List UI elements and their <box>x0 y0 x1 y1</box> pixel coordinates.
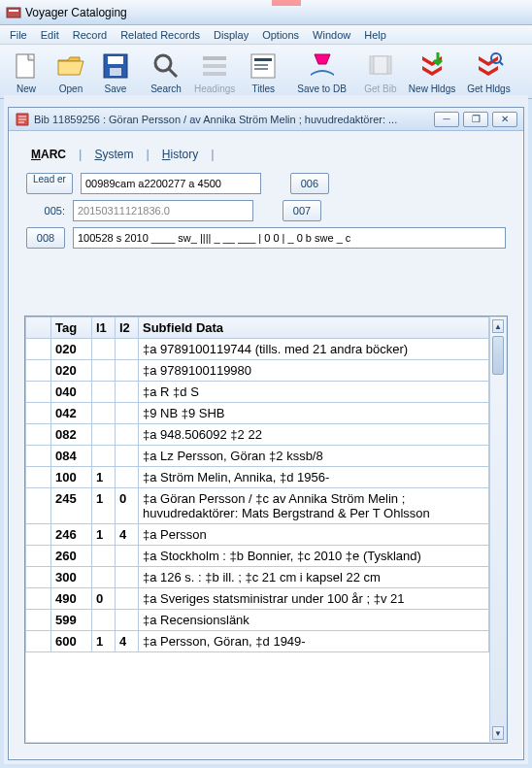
cell-i2[interactable]: 4 <box>116 524 139 546</box>
tab-marc[interactable]: MARC <box>20 143 77 165</box>
cell-subfield[interactable]: ‡a Sveriges statsministrar under 100 år … <box>139 588 489 610</box>
leader-input[interactable] <box>81 173 261 194</box>
scroll-thumb[interactable] <box>492 336 504 375</box>
table-row[interactable]: 24614‡a Persson <box>26 524 489 546</box>
cell-tag[interactable]: 020 <box>51 360 92 382</box>
table-row[interactable]: 60014‡a Persson, Göran, ‡d 1949- <box>26 631 489 652</box>
cell-i2[interactable] <box>116 567 139 588</box>
cell-tag[interactable]: 082 <box>51 424 92 446</box>
cell-subfield[interactable]: ‡a 126 s. : ‡b ill. ; ‡c 21 cm i kapsel … <box>139 567 489 588</box>
cell-i1[interactable]: 1 <box>92 524 116 546</box>
cell-tag[interactable]: 300 <box>51 567 92 588</box>
row-selector[interactable] <box>26 546 51 567</box>
table-row[interactable]: 042‡9 NB ‡9 SHB <box>26 403 489 424</box>
row-selector[interactable] <box>26 631 51 652</box>
cell-i1[interactable] <box>92 360 116 382</box>
cell-i2[interactable] <box>116 610 139 631</box>
cell-i2[interactable] <box>116 360 139 382</box>
cell-i2[interactable] <box>116 546 139 567</box>
cell-tag[interactable]: 260 <box>51 546 92 567</box>
cell-i2[interactable]: 4 <box>116 631 139 652</box>
table-row[interactable]: 24510‡a Göran Persson / ‡c av Annika Str… <box>26 488 489 524</box>
cell-i2[interactable] <box>116 339 139 360</box>
col-selector[interactable] <box>26 317 51 339</box>
cell-subfield[interactable]: ‡a Stockholm : ‡b Bonnier, ‡c 2010 ‡e (T… <box>139 546 489 567</box>
row-selector[interactable] <box>26 360 51 382</box>
cell-i2[interactable] <box>116 588 139 610</box>
menu-display[interactable]: Display <box>208 27 254 43</box>
col-i2[interactable]: I2 <box>116 317 139 339</box>
col-tag[interactable]: Tag <box>51 317 92 339</box>
field-008-button[interactable]: 008 <box>26 227 65 249</box>
row-selector[interactable] <box>26 524 51 546</box>
table-row[interactable]: 020‡a 9789100119744 (tills. med 21 andra… <box>26 339 489 360</box>
child-close-button[interactable]: ✕ <box>492 112 517 127</box>
row-selector[interactable] <box>26 567 51 588</box>
row-selector[interactable] <box>26 488 51 524</box>
cell-tag[interactable]: 246 <box>51 524 92 546</box>
scroll-up-button[interactable]: ▲ <box>492 319 504 333</box>
cell-tag[interactable]: 600 <box>51 631 92 652</box>
table-row[interactable]: 1001‡a Ström Melin, Annika, ‡d 1956- <box>26 467 489 488</box>
menu-record[interactable]: Record <box>67 27 113 43</box>
search-button[interactable]: Search <box>144 47 188 98</box>
cell-subfield[interactable]: ‡a 9789100119744 (tills. med 21 andra bö… <box>139 339 489 360</box>
cell-subfield[interactable]: ‡a Persson, Göran, ‡d 1949- <box>139 631 489 652</box>
cell-subfield[interactable]: ‡a Göran Persson / ‡c av Annika Ström Me… <box>139 488 489 524</box>
table-row[interactable]: 082‡a 948.506092 ‡2 22 <box>26 424 489 446</box>
scroll-down-button[interactable]: ▼ <box>492 726 504 740</box>
cell-i1[interactable] <box>92 403 116 424</box>
table-row[interactable]: 084‡a Lz Persson, Göran ‡2 kssb/8 <box>26 446 489 467</box>
savetodb-button[interactable]: Save to DB <box>291 47 352 98</box>
field-005-input[interactable] <box>73 200 253 221</box>
gethldgs-button[interactable]: Get Hldgs <box>461 47 515 98</box>
col-subfield-data[interactable]: Subfield Data <box>139 317 489 339</box>
field-008-input[interactable] <box>73 227 506 249</box>
cell-tag[interactable]: 020 <box>51 339 92 360</box>
row-selector[interactable] <box>26 424 51 446</box>
menu-options[interactable]: Options <box>256 27 305 43</box>
cell-i1[interactable]: 0 <box>92 588 116 610</box>
row-selector[interactable] <box>26 467 51 488</box>
field-006-button[interactable]: 006 <box>290 173 329 194</box>
tab-history[interactable]: History <box>151 143 209 165</box>
cell-subfield[interactable]: ‡a Recensionslänk <box>139 610 489 631</box>
titles-button[interactable]: Titles <box>241 47 285 98</box>
new-button[interactable]: New <box>4 47 49 98</box>
cell-tag[interactable]: 245 <box>51 488 92 524</box>
cell-i1[interactable] <box>92 567 116 588</box>
tab-system[interactable]: System <box>83 143 144 165</box>
cell-tag[interactable]: 040 <box>51 382 92 403</box>
row-selector[interactable] <box>26 446 51 467</box>
cell-subfield[interactable]: ‡a Lz Persson, Göran ‡2 kssb/8 <box>139 446 489 467</box>
field-007-button[interactable]: 007 <box>283 200 321 221</box>
marc-grid[interactable]: ▲ ▼ TagI1I2Subfield Data 020‡a 978910011… <box>24 316 508 744</box>
menu-window[interactable]: Window <box>307 27 356 43</box>
cell-tag[interactable]: 084 <box>51 446 92 467</box>
cell-subfield[interactable]: ‡9 NB ‡9 SHB <box>139 403 489 424</box>
cell-i1[interactable] <box>92 424 116 446</box>
cell-i1[interactable] <box>92 382 116 403</box>
table-row[interactable]: 260‡a Stockholm : ‡b Bonnier, ‡c 2010 ‡e… <box>26 546 489 567</box>
menu-edit[interactable]: Edit <box>35 27 65 43</box>
cell-subfield[interactable]: ‡a 948.506092 ‡2 22 <box>139 424 489 446</box>
leader-button[interactable]: Lead er <box>26 173 73 194</box>
cell-subfield[interactable]: ‡a Persson <box>139 524 489 546</box>
cell-tag[interactable]: 599 <box>51 610 92 631</box>
row-selector[interactable] <box>26 610 51 631</box>
newhldgs-button[interactable]: New Hldgs <box>403 47 461 98</box>
cell-i2[interactable]: 0 <box>116 488 139 524</box>
row-selector[interactable] <box>26 403 51 424</box>
table-row[interactable]: 300‡a 126 s. : ‡b ill. ; ‡c 21 cm i kaps… <box>26 567 489 588</box>
cell-i1[interactable] <box>92 546 116 567</box>
cell-i2[interactable] <box>116 424 139 446</box>
table-row[interactable]: 4900‡a Sveriges statsministrar under 100… <box>26 588 489 610</box>
cell-tag[interactable]: 490 <box>51 588 92 610</box>
cell-i1[interactable] <box>92 610 116 631</box>
col-i1[interactable]: I1 <box>92 317 116 339</box>
row-selector[interactable] <box>26 339 51 360</box>
cell-subfield[interactable]: ‡a Ström Melin, Annika, ‡d 1956- <box>139 467 489 488</box>
row-selector[interactable] <box>26 382 51 403</box>
cell-tag[interactable]: 100 <box>51 467 92 488</box>
save-button[interactable]: Save <box>93 47 138 98</box>
